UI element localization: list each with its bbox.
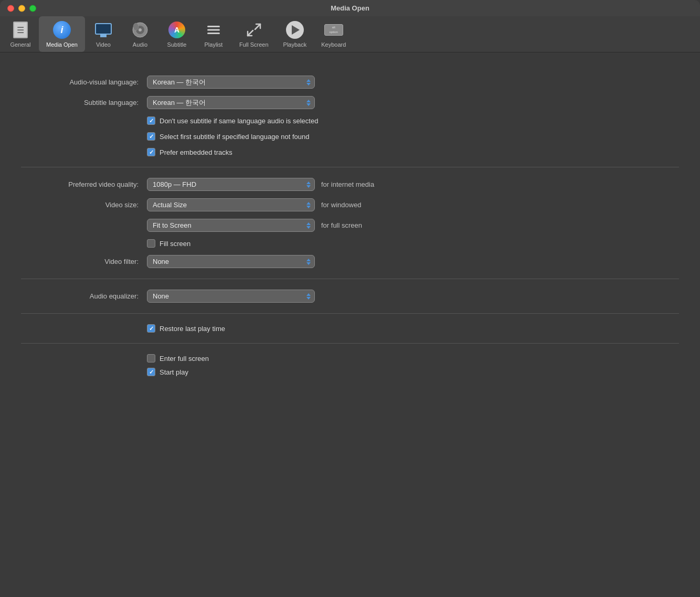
toolbar-label-playlist: Playlist <box>205 41 223 48</box>
toolbar-item-fullscreen[interactable]: Full Screen <box>232 16 276 52</box>
toolbar-label-subtitle: Subtitle <box>167 41 187 48</box>
language-checkboxes: ✓ Don't use subtitle if same language au… <box>147 116 679 156</box>
video-filter-row: Video filter: None <box>21 255 679 268</box>
title-bar: Media Open <box>0 0 700 16</box>
fill-screen-label: Fill screen <box>160 240 190 248</box>
no-sub-same-lang-row: ✓ Don't use subtitle if same language au… <box>147 116 679 125</box>
video-icon <box>94 20 113 39</box>
prefer-embedded-row: ✓ Prefer embedded tracks <box>147 148 679 156</box>
toolbar-item-subtitle[interactable]: A Subtitle <box>158 16 195 52</box>
video-filter-select[interactable]: None <box>147 255 315 268</box>
toolbar-label-audio: Audio <box>133 41 147 48</box>
start-play-label: Start play <box>160 368 188 376</box>
restore-play-label: Restore last play time <box>160 325 225 333</box>
restore-play-row: ✓ Restore last play time <box>147 324 679 333</box>
subtitle-language-select-wrapper: Korean — 한국어 <box>147 96 315 109</box>
toolbar-item-audio[interactable]: Audio <box>122 16 158 52</box>
media-open-icon: i <box>52 20 71 39</box>
audio-equalizer-select-wrapper: None <box>147 290 315 303</box>
toolbar-label-general: General <box>10 41 30 48</box>
toolbar: ☰ General i Media Open Video Au <box>0 16 700 52</box>
preferred-quality-select[interactable]: 1080p — FHD <box>147 178 315 191</box>
startup-section: Enter full screen ✓ Start play <box>21 344 679 387</box>
select-first-sub-label: Select first subtitle if specified langu… <box>160 133 309 141</box>
general-icon: ☰ <box>11 20 30 39</box>
playback-section: ✓ Restore last play time <box>21 314 679 344</box>
fill-screen-row: Fill screen <box>147 239 679 248</box>
playlist-icon <box>204 20 223 39</box>
video-size-label: Video size: <box>21 201 147 209</box>
no-sub-same-lang-label: Don't use subtitle if same language audi… <box>160 117 318 125</box>
video-filter-select-wrapper: None <box>147 255 315 268</box>
window-title: Media Open <box>331 4 369 12</box>
prefer-embedded-label: Prefer embedded tracks <box>160 148 232 156</box>
toolbar-item-media-open[interactable]: i Media Open <box>39 16 85 52</box>
restore-play-checkbox[interactable]: ✓ <box>147 324 155 333</box>
toolbar-label-video: Video <box>96 41 111 48</box>
preferred-quality-row: Preferred video quality: 1080p — FHD for… <box>21 178 679 191</box>
playback-icon <box>285 20 304 39</box>
traffic-lights <box>7 5 36 12</box>
toolbar-label-media-open: Media Open <box>46 41 78 48</box>
av-language-label: Audio-visual language: <box>21 78 147 86</box>
maximize-button[interactable] <box>29 5 36 12</box>
toolbar-item-playlist[interactable]: Playlist <box>195 16 232 52</box>
preferred-quality-select-wrapper: 1080p — FHD <box>147 178 315 191</box>
svg-rect-5 <box>207 29 220 31</box>
video-size-fullscreen-select-wrapper: Fit to Screen <box>147 219 315 232</box>
select-first-sub-row: ✓ Select first subtitle if specified lan… <box>147 132 679 141</box>
av-language-select-wrapper: Korean — 한국어 <box>147 76 315 89</box>
fullscreen-icon <box>245 20 263 39</box>
preferred-quality-suffix: for internet media <box>321 180 374 188</box>
video-size-fullscreen-select[interactable]: Fit to Screen <box>147 219 315 232</box>
av-language-select[interactable]: Korean — 한국어 <box>147 76 315 89</box>
subtitle-icon: A <box>167 20 186 39</box>
toolbar-item-general[interactable]: ☰ General <box>2 16 39 52</box>
svg-rect-6 <box>207 33 220 34</box>
start-play-row: ✓ Start play <box>147 368 679 376</box>
video-section: Preferred video quality: 1080p — FHD for… <box>21 167 679 279</box>
video-size-fullscreen-row: Fit to Screen for full screen <box>21 219 679 232</box>
main-content: Audio-visual language: Korean — 한국어 Subt… <box>0 52 700 399</box>
audio-equalizer-label: Audio equalizer: <box>21 292 147 300</box>
video-size-windowed-row: Video size: Actual Size for windowed <box>21 198 679 211</box>
subtitle-language-label: Subtitle language: <box>21 99 147 106</box>
toolbar-item-playback[interactable]: Playback <box>276 16 314 52</box>
toolbar-label-playback: Playback <box>283 41 307 48</box>
subtitle-language-row: Subtitle language: Korean — 한국어 <box>21 96 679 109</box>
av-language-row: Audio-visual language: Korean — 한국어 <box>21 76 679 89</box>
svg-point-2 <box>139 28 142 31</box>
prefer-embedded-checkbox[interactable]: ✓ <box>147 148 155 156</box>
preferred-quality-label: Preferred video quality: <box>21 180 147 188</box>
toolbar-label-fullscreen: Full Screen <box>239 41 269 48</box>
svg-line-12 <box>248 30 253 36</box>
toolbar-label-keyboard: Keyboard <box>321 41 346 48</box>
close-button[interactable] <box>7 5 14 12</box>
enter-fullscreen-row: Enter full screen <box>147 354 679 363</box>
start-play-checkbox[interactable]: ✓ <box>147 368 155 376</box>
enter-fullscreen-checkbox[interactable] <box>147 354 155 363</box>
video-size-windowed-select-wrapper: Actual Size <box>147 198 315 211</box>
audio-section: Audio equalizer: None <box>21 279 679 314</box>
audio-equalizer-row: Audio equalizer: None <box>21 290 679 303</box>
video-filter-label: Video filter: <box>21 258 147 265</box>
fill-screen-checkbox[interactable] <box>147 239 155 248</box>
video-size-fullscreen-suffix: for full screen <box>321 221 362 229</box>
toolbar-item-video[interactable]: Video <box>85 16 122 52</box>
audio-equalizer-select[interactable]: None <box>147 290 315 303</box>
toolbar-item-keyboard[interactable]: alt option Keyboard <box>314 16 353 52</box>
select-first-sub-checkbox[interactable]: ✓ <box>147 132 155 141</box>
subtitle-language-select[interactable]: Korean — 한국어 <box>147 96 315 109</box>
svg-rect-4 <box>207 26 220 27</box>
minimize-button[interactable] <box>18 5 25 12</box>
enter-fullscreen-label: Enter full screen <box>160 355 209 363</box>
video-size-windowed-suffix: for windowed <box>321 201 362 209</box>
keyboard-icon: alt option <box>324 20 343 39</box>
svg-line-9 <box>255 24 260 29</box>
video-size-windowed-select[interactable]: Actual Size <box>147 198 315 211</box>
svg-point-3 <box>133 23 139 30</box>
audio-icon <box>131 20 150 39</box>
language-section: Audio-visual language: Korean — 한국어 Subt… <box>21 65 679 167</box>
no-sub-same-lang-checkbox[interactable]: ✓ <box>147 116 155 125</box>
